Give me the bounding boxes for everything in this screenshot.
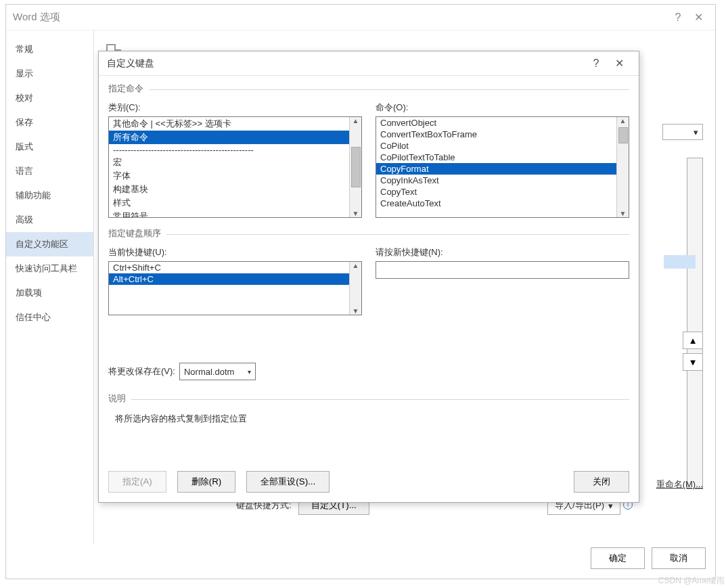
description-text: 将所选内容的格式复制到指定位置 [108,413,629,425]
right-panel: ▾ [662,124,703,489]
sidebar-item[interactable]: 自定义功能区 [6,232,93,256]
sidebar-item[interactable]: 高级 [6,208,93,232]
sidebar-item[interactable]: 加载项 [6,281,93,305]
sidebar-item[interactable]: 语言 [6,159,93,183]
description-group: 说明 [108,392,629,405]
scrollbar[interactable]: ▲▼ [349,262,361,315]
sidebar-item[interactable]: 版式 [6,135,93,159]
list-item[interactable]: 常用符号 [109,210,349,217]
list-item[interactable]: ConvertObject [376,117,616,129]
list-item[interactable]: ----------------------------------------… [109,144,349,156]
options-sidebar: 常规显示校对保存版式语言辅助功能高级自定义功能区快速访问工具栏加载项信任中心 [6,30,94,543]
list-item[interactable]: 所有命令 [109,131,349,144]
word-options-titlebar: Word 选项 ? ✕ [6,5,715,30]
reset-all-button[interactable]: 全部重设(S)... [246,471,330,493]
delete-button[interactable]: 删除(R) [177,471,236,493]
list-item[interactable]: ConvertTextBoxToFrame [376,129,616,140]
list-item[interactable]: 其他命令 | <<无标签>> 选项卡 [109,117,349,131]
categories-label: 类别(C): [108,101,362,114]
bg-dropdown[interactable]: ▾ [662,124,703,140]
list-item[interactable]: CoPilotTextToTable [376,152,616,163]
sidebar-item[interactable]: 常规 [6,37,93,62]
chevron-down-icon: ▾ [248,368,251,376]
sidebar-item[interactable]: 快速访问工具栏 [6,256,93,281]
list-item[interactable]: CopyText [376,186,616,198]
assign-button: 指定(A) [108,471,166,493]
list-item[interactable]: 构建基块 [109,183,349,196]
move-down-button[interactable]: ▼ [683,353,703,371]
close-icon[interactable]: ✕ [608,57,631,70]
save-in-label: 将更改保存在(V): [108,365,175,378]
help-icon[interactable]: ? [668,12,688,24]
new-key-label: 请按新快捷键(N): [376,246,629,258]
sidebar-item[interactable]: 显示 [6,62,93,86]
commands-listbox[interactable]: ConvertObjectConvertTextBoxToFrameCoPilo… [376,116,629,218]
close-icon[interactable]: ✕ [688,11,708,24]
current-keys-listbox[interactable]: Ctrl+Shift+CAlt+Ctrl+C ▲▼ [108,261,362,315]
cancel-button[interactable]: 取消 [652,547,706,569]
bg-scrollbar[interactable] [687,158,703,489]
rename-button[interactable]: 重命名(M)... [656,478,703,491]
key-sequence-group: 指定键盘顺序 [108,227,629,240]
dialog-title: 自定义键盘 [107,58,154,70]
list-item[interactable]: 宏 [109,156,349,169]
list-item[interactable]: CoPilot [376,140,616,152]
save-in-combobox[interactable]: Normal.dotm ▾ [179,363,256,380]
sidebar-item[interactable]: 校对 [6,86,93,110]
categories-listbox[interactable]: 其他命令 | <<无标签>> 选项卡所有命令------------------… [108,116,362,218]
list-item[interactable]: Alt+Ctrl+C [109,273,349,285]
sidebar-item[interactable]: 辅助功能 [6,183,93,208]
list-item[interactable]: CopyFormat [376,163,616,175]
ok-button[interactable]: 确定 [591,547,645,569]
sidebar-item[interactable]: 信任中心 [6,305,93,330]
commands-label: 命令(O): [376,101,629,114]
close-button[interactable]: 关闭 [574,471,629,493]
list-item[interactable]: CreateAutoText [376,198,616,209]
assign-command-group: 指定命令 [108,83,629,95]
list-item[interactable]: 字体 [109,169,349,183]
sidebar-item[interactable]: 保存 [6,110,93,135]
list-item[interactable]: 样式 [109,196,349,210]
list-item[interactable]: CopyInkAsText [376,175,616,186]
word-options-title: Word 选项 [13,11,60,24]
customize-keyboard-dialog: 自定义键盘 ? ✕ 指定命令 类别(C): 其他命令 | <<无标签>> 选项卡… [98,51,639,503]
list-item[interactable]: Ctrl+Shift+C [109,262,349,273]
scrollbar[interactable]: ▲▼ [616,117,629,217]
current-keys-label: 当前快捷键(U): [108,246,362,258]
help-icon[interactable]: ? [585,58,608,70]
move-up-button[interactable]: ▲ [683,332,703,349]
scrollbar[interactable]: ▲▼ [349,117,361,217]
customize-keyboard-titlebar: 自定义键盘 ? ✕ [99,51,639,76]
bg-selection-highlight [664,255,696,269]
new-key-input[interactable] [376,261,629,279]
